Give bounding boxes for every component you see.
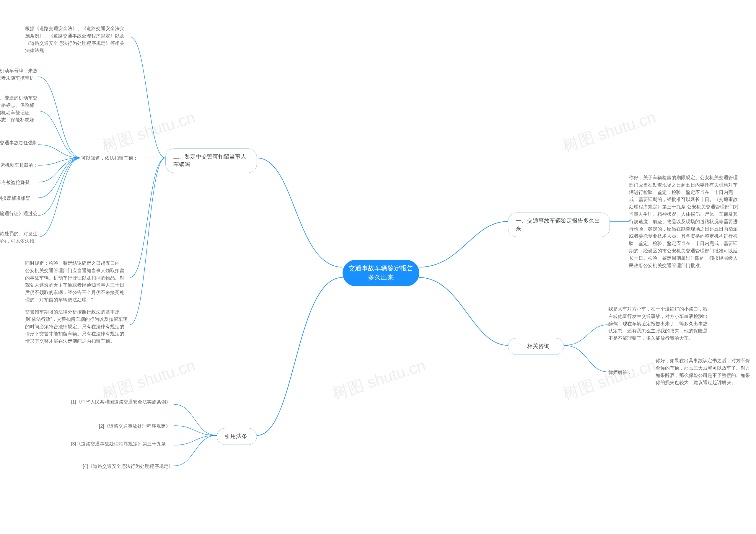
leaf-item-4: (四)公路客运车辆或者货运机动车超载的； bbox=[0, 162, 39, 169]
leaf-item-5: (五)机动车有被盗抢嫌疑的； bbox=[0, 179, 39, 194]
leaf-know-label: 可以知道，依法扣留车辆： bbox=[81, 155, 145, 162]
leaf-report-duration-detail: 你好，关于车辆检验的期限规定。公安机关交通管理部门应当在勘查现场之日起五日内委托… bbox=[629, 174, 741, 269]
branch-report-duration[interactable]: 一、交通事故车辆鉴定报告多久出来 bbox=[508, 213, 610, 237]
center-node[interactable]: 交通事故车辆鉴定报告多久出来 bbox=[342, 260, 419, 286]
watermark: 树图 shutu.cn bbox=[560, 355, 659, 405]
branch-consult[interactable]: 三、相关咨询 bbox=[508, 338, 564, 355]
watermark: 树图 shutu.cn bbox=[560, 107, 659, 157]
leaf-consult-question: 我是大车对方小车，在一个没红灯的小路口，我左转他直行发生交通事故，对方小车血液检… bbox=[608, 306, 712, 342]
leaf-bottom-a: 同时规定：检验、鉴定结论确定之日起五日内，公安机关交通管理部门应当通知当事人领取… bbox=[25, 260, 128, 304]
leaf-item-1: (一)上道路行驶的机动车未悬挂机动车号牌，未放置检验合格标志、保险标志，或者未随… bbox=[0, 67, 39, 89]
watermark: 树图 shutu.cn bbox=[99, 355, 198, 405]
leaf-bottom-b: 交警扣车期限的法律分析按照行政法的基本原则"依法行政"，交警扣留车辆的行为以及扣… bbox=[25, 308, 128, 345]
leaf-law-basis: 根据《道路交通安全法》、《道路交通安全法实施条例》、《道路交通事故处理程序规定》… bbox=[25, 25, 128, 54]
leaf-item-6: (六)机动车有拼装或者达到报废标准嫌疑的； bbox=[0, 195, 39, 210]
leaf-item-8: (八)非机动车驾驶人拒绝接受罚款处罚的。对发生道路交通事故，因收集证据需要的，可… bbox=[0, 230, 39, 252]
watermark: 树图 shutu.cn bbox=[330, 355, 428, 405]
leaf-ref-3: [3]《道路交通事故处理程序规定》第三十九条 bbox=[71, 441, 174, 448]
leaf-ref-4: [4]《道路交通安全违法行为处理程序规定》 bbox=[83, 463, 174, 470]
leaf-item-7: (七)未申领《剧毒化学品公路运输通行证》通过公路运输剧毒化学品的； bbox=[0, 210, 39, 225]
leaf-consult-answer: 你好，如果在出具事故认定书之后，对方不保全你的车辆，那么三天后就可以放车了。对方… bbox=[656, 357, 753, 387]
branch-law-refs[interactable]: 引用法条 bbox=[217, 428, 257, 445]
leaf-ref-2: [2]《道路交通事故处理程序规定》 bbox=[99, 423, 174, 430]
leaf-item-2: (二)有伪造、变造或者使用伪造、变造的机动车登记证书、号牌、行驶证、检验合格标志… bbox=[0, 94, 39, 131]
leaf-lawyer-label: 律师解答： bbox=[608, 369, 636, 376]
leaf-item-3: (三)未按照国家规定投保机动车交通事故责任强制保险的； bbox=[0, 139, 39, 154]
leaf-ref-1: [1]《中华人民共和国道路交通安全法实施条例》 bbox=[71, 398, 174, 406]
branch-detain-vehicle[interactable]: 二、鉴定中交警可扣留当事人车辆吗 bbox=[165, 148, 257, 173]
